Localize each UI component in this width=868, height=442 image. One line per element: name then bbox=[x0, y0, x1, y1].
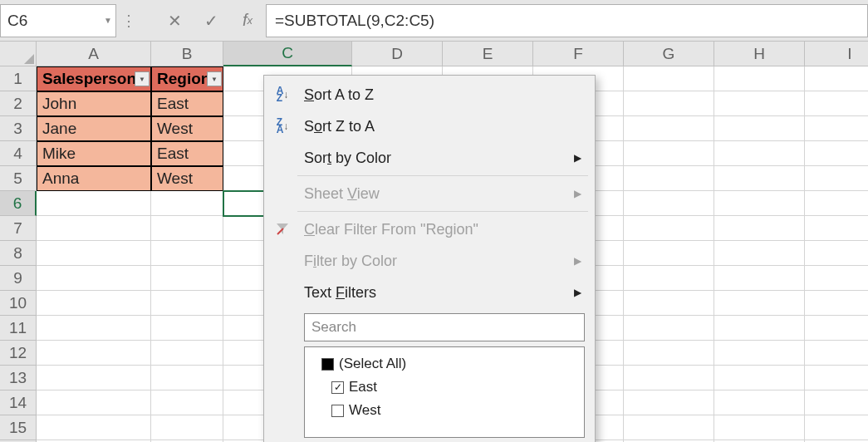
table-header[interactable]: Salesperson bbox=[37, 66, 151, 91]
row-header-9[interactable]: 9 bbox=[0, 266, 37, 291]
cell[interactable] bbox=[805, 415, 868, 440]
table-cell[interactable]: West bbox=[151, 116, 223, 141]
sort-by-color-item[interactable]: Sort by Color ▶ bbox=[264, 142, 595, 174]
cell[interactable] bbox=[624, 415, 714, 440]
row-header-14[interactable]: 14 bbox=[0, 390, 37, 415]
cell[interactable] bbox=[151, 341, 223, 366]
cell[interactable] bbox=[805, 216, 868, 241]
sort-descending-item[interactable]: ZA↓ Sort Z to A bbox=[264, 110, 595, 142]
name-box[interactable]: C6 ▼ bbox=[0, 4, 116, 37]
cell[interactable] bbox=[151, 191, 223, 216]
row-header-8[interactable]: 8 bbox=[0, 241, 37, 266]
cell[interactable] bbox=[624, 390, 714, 415]
cell[interactable] bbox=[714, 166, 805, 191]
text-filters-item[interactable]: Text Filters ▶ bbox=[264, 277, 595, 308]
cell[interactable] bbox=[37, 390, 151, 415]
row-header-3[interactable]: 3 bbox=[0, 116, 37, 141]
cell[interactable] bbox=[624, 191, 714, 216]
cell[interactable] bbox=[714, 366, 805, 390]
cell[interactable] bbox=[624, 341, 714, 366]
chevron-down-icon[interactable]: ▼ bbox=[104, 16, 112, 25]
cell[interactable] bbox=[624, 316, 714, 341]
row-header-12[interactable]: 12 bbox=[0, 341, 37, 366]
select-all-checkbox[interactable]: (Select All) bbox=[308, 352, 581, 376]
row-header-13[interactable]: 13 bbox=[0, 366, 37, 390]
cell[interactable] bbox=[37, 266, 151, 291]
table-cell[interactable]: Mike bbox=[37, 141, 151, 166]
row-header-4[interactable]: 4 bbox=[0, 141, 37, 166]
column-header-E[interactable]: E bbox=[443, 42, 533, 66]
cell[interactable] bbox=[714, 116, 805, 141]
cell[interactable] bbox=[624, 141, 714, 166]
select-all-corner[interactable] bbox=[0, 42, 37, 66]
column-header-D[interactable]: D bbox=[352, 42, 443, 66]
cell[interactable] bbox=[37, 191, 151, 216]
cell[interactable] bbox=[805, 366, 868, 390]
cell[interactable] bbox=[714, 66, 805, 91]
cell[interactable] bbox=[151, 291, 223, 316]
column-header-I[interactable]: I bbox=[805, 42, 868, 66]
cell[interactable] bbox=[624, 216, 714, 241]
cancel-formula-button[interactable]: ✕ bbox=[156, 4, 193, 37]
cell[interactable] bbox=[714, 141, 805, 166]
cell[interactable] bbox=[37, 291, 151, 316]
cell[interactable] bbox=[805, 291, 868, 316]
cell[interactable] bbox=[714, 316, 805, 341]
table-header[interactable]: Region bbox=[151, 66, 223, 91]
row-header-10[interactable]: 10 bbox=[0, 291, 37, 316]
cell[interactable] bbox=[624, 291, 714, 316]
column-header-H[interactable]: H bbox=[714, 42, 805, 66]
cell[interactable] bbox=[805, 266, 868, 291]
row-header-15[interactable]: 15 bbox=[0, 415, 37, 440]
cell[interactable] bbox=[151, 415, 223, 440]
cell[interactable] bbox=[151, 366, 223, 390]
cell[interactable] bbox=[624, 166, 714, 191]
row-header-7[interactable]: 7 bbox=[0, 216, 37, 241]
row-header-1[interactable]: 1 bbox=[0, 66, 37, 91]
cell[interactable] bbox=[624, 366, 714, 390]
cell[interactable] bbox=[37, 316, 151, 341]
cell[interactable] bbox=[805, 316, 868, 341]
row-header-11[interactable]: 11 bbox=[0, 316, 37, 341]
cell[interactable] bbox=[714, 390, 805, 415]
table-cell[interactable]: Anna bbox=[37, 166, 151, 191]
cell[interactable] bbox=[624, 91, 714, 116]
cell[interactable] bbox=[805, 191, 868, 216]
fx-icon[interactable]: fx bbox=[229, 4, 266, 37]
cell[interactable] bbox=[805, 91, 868, 116]
cell[interactable] bbox=[805, 141, 868, 166]
table-cell[interactable]: John bbox=[37, 91, 151, 116]
cell[interactable] bbox=[151, 241, 223, 266]
accept-formula-button[interactable]: ✓ bbox=[193, 4, 229, 37]
cell[interactable] bbox=[624, 266, 714, 291]
table-cell[interactable]: East bbox=[151, 141, 223, 166]
filter-dropdown-button[interactable] bbox=[135, 71, 150, 86]
cell[interactable] bbox=[805, 241, 868, 266]
cell[interactable] bbox=[714, 216, 805, 241]
cell[interactable] bbox=[37, 366, 151, 390]
cell[interactable] bbox=[714, 241, 805, 266]
column-header-A[interactable]: A bbox=[37, 42, 151, 66]
cell[interactable] bbox=[37, 241, 151, 266]
filter-dropdown-button[interactable] bbox=[207, 71, 222, 86]
column-header-F[interactable]: F bbox=[533, 42, 624, 66]
filter-value-east[interactable]: East bbox=[308, 376, 581, 399]
row-header-2[interactable]: 2 bbox=[0, 91, 37, 116]
cell[interactable] bbox=[714, 291, 805, 316]
cell[interactable] bbox=[805, 390, 868, 415]
cell[interactable] bbox=[37, 216, 151, 241]
cell[interactable] bbox=[714, 91, 805, 116]
column-header-C[interactable]: C bbox=[223, 42, 352, 66]
cell[interactable] bbox=[805, 66, 868, 91]
cell[interactable] bbox=[714, 415, 805, 440]
cell[interactable] bbox=[805, 341, 868, 366]
vertical-dots-icon[interactable]: ⋮ bbox=[121, 12, 131, 30]
cell[interactable] bbox=[151, 316, 223, 341]
cell[interactable] bbox=[37, 415, 151, 440]
row-header-5[interactable]: 5 bbox=[0, 166, 37, 191]
cell[interactable] bbox=[37, 341, 151, 366]
column-header-G[interactable]: G bbox=[624, 42, 714, 66]
filter-value-west[interactable]: West bbox=[308, 399, 581, 422]
sort-ascending-item[interactable]: AZ↓ Sort A to Z bbox=[264, 79, 595, 110]
cell[interactable] bbox=[714, 266, 805, 291]
